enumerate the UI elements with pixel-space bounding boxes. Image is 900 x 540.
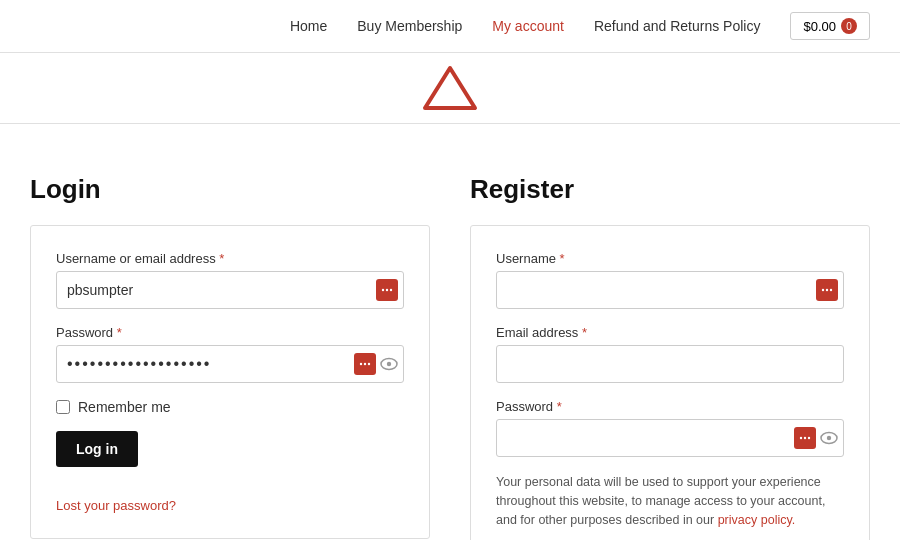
password-input-wrapper [56,345,404,383]
svg-point-1 [382,289,384,291]
username-input-wrapper [56,271,404,309]
svg-point-14 [808,437,810,439]
svg-point-10 [826,289,828,291]
reg-password-extra-icon[interactable] [794,427,816,449]
reg-password-input-wrapper [496,419,844,457]
register-section: Register Username * Em [470,174,870,540]
reg-username-label: Username * [496,251,844,266]
svg-point-5 [364,363,366,365]
username-icons [376,279,398,301]
reg-username-input-wrapper [496,271,844,309]
remember-label[interactable]: Remember me [78,399,171,415]
arrow-section [0,53,900,123]
username-group: Username or email address * [56,251,404,309]
reg-password-required: * [557,399,562,414]
svg-point-2 [386,289,388,291]
reg-password-input[interactable] [496,419,844,457]
reg-username-required: * [560,251,565,266]
password-icons [354,353,398,375]
up-arrow-icon [420,63,480,118]
password-extra-icon[interactable] [354,353,376,375]
svg-point-8 [387,362,391,366]
svg-point-13 [804,437,806,439]
svg-point-11 [830,289,832,291]
reg-email-input[interactable] [496,345,844,383]
nav-links: Home Buy Membership My account Refund an… [290,18,761,34]
password-input[interactable] [56,345,404,383]
cart-badge: 0 [841,18,857,34]
password-toggle-visibility[interactable] [380,357,398,371]
username-extra-icon[interactable] [376,279,398,301]
forgot-password-link[interactable]: Lost your password? [56,498,176,513]
register-form-box: Username * Email address * [470,225,870,540]
svg-marker-0 [425,68,475,108]
login-button[interactable]: Log in [56,431,138,467]
nav-refund-policy[interactable]: Refund and Returns Policy [594,18,761,34]
reg-password-icons [794,427,838,449]
remember-row: Remember me [56,399,404,415]
privacy-text: Your personal data will be used to suppo… [496,473,844,529]
reg-password-group: Password * [496,399,844,457]
reg-email-group: Email address * [496,325,844,383]
svg-point-3 [390,289,392,291]
register-title: Register [470,174,870,205]
svg-point-6 [368,363,370,365]
svg-point-16 [827,436,831,440]
reg-username-extra-icon[interactable] [816,279,838,301]
main-content: Login Username or email address * [0,154,900,540]
reg-username-icons [816,279,838,301]
password-required: * [117,325,122,340]
svg-point-12 [800,437,802,439]
reg-username-group: Username * [496,251,844,309]
reg-email-label: Email address * [496,325,844,340]
cart-amount: $0.00 [803,19,836,34]
reg-username-input[interactable] [496,271,844,309]
remember-checkbox[interactable] [56,400,70,414]
reg-email-required: * [582,325,587,340]
svg-point-4 [360,363,362,365]
reg-password-label: Password * [496,399,844,414]
reg-email-input-wrapper [496,345,844,383]
username-label: Username or email address * [56,251,404,266]
svg-point-9 [822,289,824,291]
divider [0,123,900,124]
nav-home[interactable]: Home [290,18,327,34]
login-form-box: Username or email address * Password * [30,225,430,539]
password-group: Password * [56,325,404,383]
nav-buy-membership[interactable]: Buy Membership [357,18,462,34]
nav-my-account[interactable]: My account [492,18,564,34]
username-input[interactable] [56,271,404,309]
login-title: Login [30,174,430,205]
privacy-policy-link[interactable]: privacy policy. [718,513,796,527]
cart-button[interactable]: $0.00 0 [790,12,870,40]
login-section: Login Username or email address * [30,174,430,540]
reg-password-toggle-visibility[interactable] [820,431,838,445]
password-label: Password * [56,325,404,340]
username-required: * [219,251,224,266]
header: Home Buy Membership My account Refund an… [0,0,900,53]
